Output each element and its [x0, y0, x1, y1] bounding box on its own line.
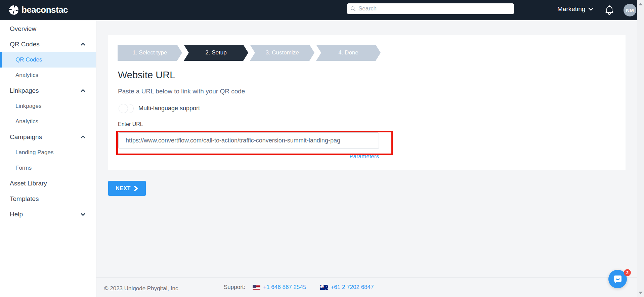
sidebar-item-label: Campaigns — [10, 133, 42, 141]
sidebar-item-help[interactable]: Help — [0, 207, 96, 222]
url-field-label: Enter URL — [118, 121, 143, 127]
parameters-link[interactable]: Parameters — [342, 153, 379, 160]
next-button-label: NEXT — [116, 185, 131, 192]
workspace-name: Marketing — [557, 5, 585, 13]
sidebar-item-label: QR Codes — [15, 56, 42, 63]
sidebar-item-label: QR Codes — [10, 41, 40, 48]
sidebar-item-asset-library[interactable]: Asset Library — [0, 176, 96, 191]
sidebar-item-forms[interactable]: Forms — [0, 160, 96, 176]
chevron-up-icon — [81, 135, 85, 139]
sidebar-item-label: Forms — [15, 165, 32, 171]
notifications-button[interactable] — [605, 5, 614, 15]
global-search — [347, 3, 514, 14]
search-icon — [350, 6, 356, 11]
sidebar-item-label: Templates — [10, 195, 39, 203]
chevron-up-icon — [81, 88, 85, 93]
sidebar-nav: Overview QR Codes QR Codes Analytics Lin… — [0, 20, 96, 297]
beaconstac-logo-icon — [9, 5, 18, 15]
sidebar-item-overview[interactable]: Overview — [0, 21, 96, 37]
au-phone-link[interactable]: +61 2 7202 6847 — [331, 284, 374, 291]
footer-copyright: © 2023 Uniqode Phygital, Inc. — [104, 285, 180, 292]
chat-bubble-icon — [613, 274, 623, 284]
toggle-knob — [119, 104, 128, 113]
step-done[interactable]: 4. Done — [316, 45, 381, 61]
sidebar-item-linkpages[interactable]: Linkpages — [0, 98, 96, 114]
sidebar-item-label: Landing Pages — [15, 149, 53, 156]
logo-wordmark: beaconstac — [22, 5, 68, 15]
chevron-down-icon — [588, 7, 594, 11]
sidebar-item-qr-codes[interactable]: QR Codes — [0, 52, 96, 68]
us-flag-icon — [253, 285, 260, 290]
scroll-down-arrow[interactable] — [639, 292, 643, 294]
app-root: beaconstac Marketing NM — [0, 0, 644, 297]
sidebar-item-label: Linkpages — [10, 87, 39, 94]
footer-support: Support: +1 646 867 2545 +61 2 7202 6847 — [224, 284, 374, 291]
sidebar-item-label: Analytics — [15, 118, 38, 125]
au-flag-icon — [320, 285, 328, 290]
logo[interactable]: beaconstac — [9, 5, 68, 15]
sidebar-item-landing-pages[interactable]: Landing Pages — [0, 145, 96, 160]
sidebar-item-linkpages-group[interactable]: Linkpages — [0, 83, 96, 98]
sidebar-item-label: Overview — [10, 25, 36, 33]
sidebar-item-label: Asset Library — [10, 180, 47, 187]
multi-language-label: Multi-language support — [138, 105, 200, 112]
sidebar-item-linkpage-analytics[interactable]: Analytics — [0, 114, 96, 129]
page-scrollbar[interactable] — [637, 0, 644, 297]
search-input[interactable] — [358, 5, 511, 12]
chevron-right-icon — [134, 186, 138, 191]
step-setup[interactable]: 2. Setup — [184, 45, 248, 61]
page-subtitle: Paste a URL below to link with your QR c… — [118, 88, 245, 95]
chevron-down-icon — [81, 212, 85, 217]
avatar-initials: NM — [626, 7, 634, 13]
us-phone-link[interactable]: +1 646 867 2545 — [263, 284, 306, 291]
wizard-stepper: 1. Select type 2. Setup 3. Customize 4. … — [118, 45, 381, 61]
multi-language-toggle[interactable] — [119, 104, 134, 113]
next-button[interactable]: NEXT — [108, 181, 146, 196]
sidebar-item-label: Linkpages — [15, 103, 42, 110]
scroll-up-arrow[interactable] — [639, 3, 643, 5]
workspace-dropdown[interactable]: Marketing — [557, 5, 594, 13]
sidebar-item-label: Help — [10, 211, 23, 218]
bell-icon — [605, 5, 614, 15]
sidebar-item-qr-analytics[interactable]: Analytics — [0, 68, 96, 83]
top-header: beaconstac Marketing NM — [0, 0, 637, 20]
support-label: Support: — [224, 284, 245, 291]
sidebar-item-qr-codes-group[interactable]: QR Codes — [0, 37, 96, 52]
chat-unread-badge: 2 — [624, 269, 631, 276]
sidebar-item-label: Analytics — [15, 72, 38, 79]
sidebar-item-templates[interactable]: Templates — [0, 191, 96, 207]
step-customize[interactable]: 3. Customize — [250, 45, 314, 61]
url-input[interactable] — [118, 132, 379, 149]
step-select-type[interactable]: 1. Select type — [118, 45, 182, 61]
sidebar-item-campaigns-group[interactable]: Campaigns — [0, 129, 96, 145]
footer-divider — [96, 278, 637, 278]
page-title: Website URL — [118, 70, 175, 81]
chevron-up-icon — [81, 42, 85, 47]
user-avatar[interactable]: NM — [624, 4, 636, 16]
